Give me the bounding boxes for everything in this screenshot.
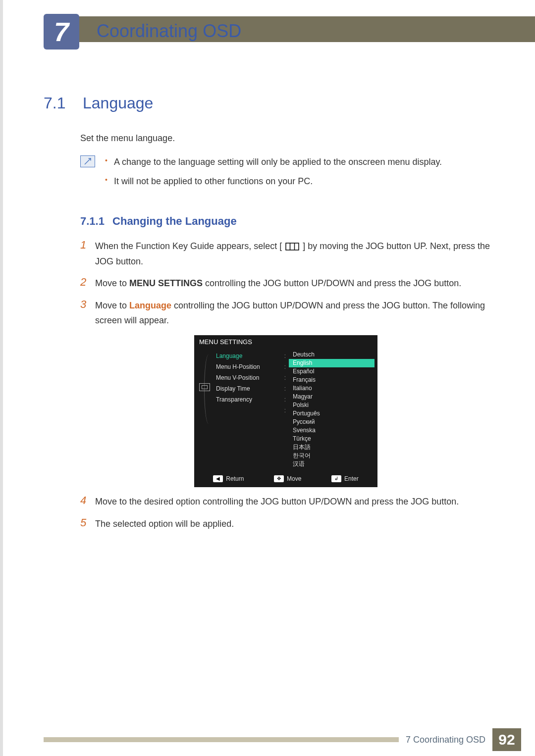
osd-menu-item[interactable]: Menu H-Position:	[216, 361, 286, 372]
language-option[interactable]: Italiano	[289, 384, 374, 393]
step-text: Move to MENU SETTINGS controlling the JO…	[95, 276, 491, 291]
section-number: 7.1	[44, 94, 80, 112]
language-option[interactable]: Русский	[289, 418, 374, 426]
language-option[interactable]: 한국어	[289, 452, 374, 460]
osd-footer: ◀Return ✥Move ↲Enter	[194, 471, 377, 487]
osd-enter-button[interactable]: ↲Enter	[331, 475, 359, 482]
step-text: Move to the desired option controlling t…	[95, 494, 491, 509]
language-option[interactable]: 日本語	[289, 443, 374, 452]
step-text: The selected option will be applied.	[95, 516, 491, 532]
note-list: A change to the language setting will on…	[105, 155, 442, 194]
section-header: 7.1 Language	[44, 94, 491, 112]
step-text: Move to Language controlling the JOG but…	[95, 298, 491, 328]
osd-menu: MENU SETTINGS Language: Menu H-Position:…	[194, 335, 377, 487]
language-option[interactable]: Polski	[289, 401, 374, 409]
footer-label: 7 Coordinating OSD	[406, 735, 485, 745]
subsection-title: Changing the Language	[112, 215, 237, 227]
svg-rect-0	[286, 243, 299, 250]
note-block: A change to the language setting will on…	[80, 155, 491, 194]
language-option[interactable]: Magyar	[289, 393, 374, 401]
note-item: It will not be applied to other function…	[105, 175, 442, 188]
step-2: 2 Move to MENU SETTINGS controlling the …	[80, 276, 491, 291]
step-number: 1	[80, 239, 95, 252]
note-icon	[80, 155, 95, 167]
language-option[interactable]: Deutsch	[289, 351, 374, 359]
osd-screen-icon	[199, 383, 210, 391]
step-1: 1 When the Function Key Guide appears, s…	[80, 239, 491, 269]
step-number: 2	[80, 276, 95, 289]
step-number: 4	[80, 494, 95, 507]
osd-title: MENU SETTINGS	[194, 335, 377, 349]
chapter-title: Coordinating OSD	[97, 21, 241, 42]
osd-menu-item[interactable]: Display Time:	[216, 383, 286, 394]
osd-return-button[interactable]: ◀Return	[213, 475, 244, 482]
osd-menu-item[interactable]: Transparency:	[216, 394, 286, 405]
menu-settings-label: MENU SETTINGS	[129, 278, 203, 288]
osd-body: Language: Menu H-Position: Menu V-Positi…	[194, 349, 377, 471]
section-intro: Set the menu language.	[80, 133, 491, 144]
language-option-selected[interactable]: English	[289, 359, 374, 367]
language-label: Language	[129, 301, 171, 310]
language-option[interactable]: Français	[289, 376, 374, 384]
osd-move-button[interactable]: ✥Move	[274, 475, 301, 482]
steps-list: 1 When the Function Key Guide appears, s…	[80, 239, 491, 531]
section-title: Language	[83, 94, 153, 112]
menu-grid-icon	[285, 243, 299, 251]
osd-menu-item: :	[216, 405, 286, 416]
footer-bar	[44, 737, 399, 742]
page-footer: 7 Coordinating OSD 92	[0, 728, 535, 751]
step-number: 5	[80, 516, 95, 529]
osd-menu-item[interactable]: Language:	[216, 351, 286, 361]
step-5: 5 The selected option will be applied.	[80, 516, 491, 532]
step-number: 3	[80, 298, 95, 311]
chapter-tab: 7	[44, 14, 79, 50]
page-left-edge	[0, 0, 3, 756]
language-option[interactable]: 汉语	[289, 460, 374, 468]
content-area: 7.1 Language Set the menu language. A ch…	[44, 94, 491, 538]
step-3: 3 Move to Language controlling the JOG b…	[80, 298, 491, 328]
chapter-number: 7	[54, 16, 69, 47]
language-option[interactable]: Português	[289, 409, 374, 418]
step-text: When the Function Key Guide appears, sel…	[95, 239, 491, 269]
osd-menu-item[interactable]: Menu V-Position:	[216, 372, 286, 383]
language-option[interactable]: Español	[289, 367, 374, 376]
language-option[interactable]: Türkçe	[289, 435, 374, 443]
osd-language-list: Deutsch English Español Français Italian…	[289, 351, 374, 468]
subsection-number: 7.1.1	[80, 215, 105, 227]
step-4: 4 Move to the desired option controlling…	[80, 494, 491, 509]
page-number: 92	[492, 728, 521, 751]
note-item: A change to the language setting will on…	[105, 155, 442, 169]
language-option[interactable]: Svenska	[289, 426, 374, 435]
osd-left-column: Language: Menu H-Position: Menu V-Positi…	[199, 351, 286, 468]
subsection-header: 7.1.1 Changing the Language	[80, 215, 491, 228]
